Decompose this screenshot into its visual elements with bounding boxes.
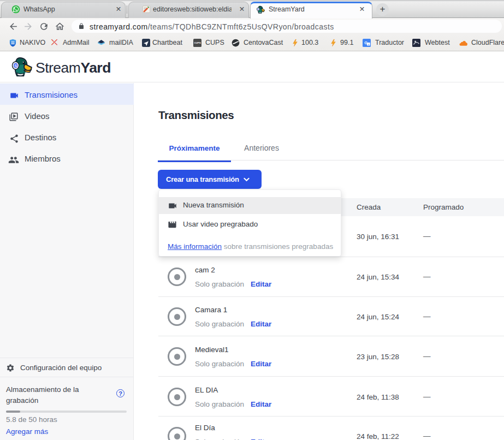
svg-text:CUPS: CUPS [194, 41, 200, 44]
